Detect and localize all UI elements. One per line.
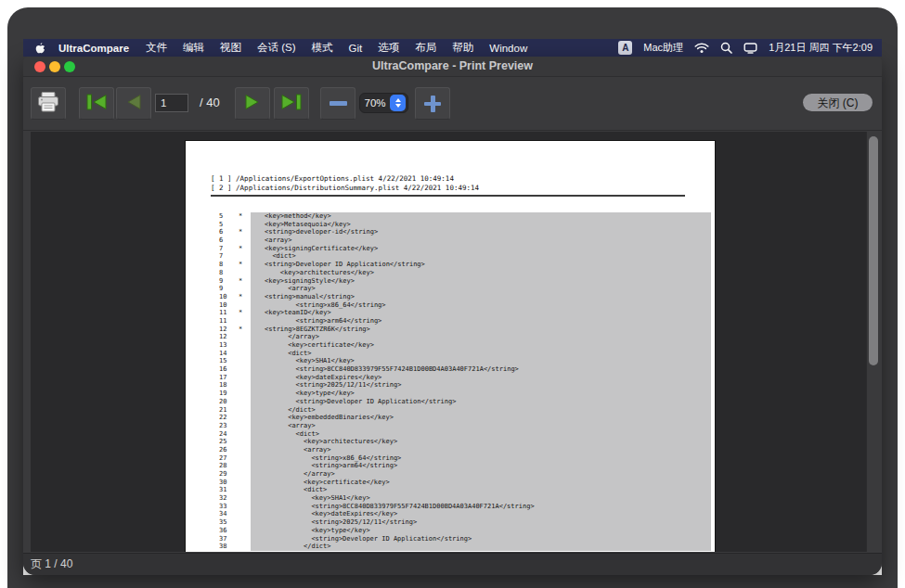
line-number: 23 [219,422,239,430]
diff-marker [239,317,251,326]
line-number: 24 [219,430,239,439]
diff-marker [239,462,251,470]
zoom-out-button[interactable] [320,87,356,120]
diff-code-line: 28 <string>arm64</string> [186,462,715,470]
compare-file-header: [ 1 ] /Applications/ExportOptions.plist … [211,174,685,197]
menubar-item-6[interactable]: 选项 [378,41,399,55]
menubar-item-1[interactable]: 编辑 [183,41,204,55]
line-number: 17 [219,374,239,382]
line-number: 29 [219,470,239,479]
zoom-window-button[interactable] [64,61,75,72]
page-total-label: / 40 [200,96,220,109]
menubar-item-7[interactable]: 布局 [415,41,436,55]
diff-code-line: 36 <key>type</key> [186,527,715,535]
preview-page: [ 1 ] /Applications/ExportOptions.plist … [186,141,715,552]
next-page-button[interactable] [235,87,270,120]
diff-marker [239,221,251,229]
wifi-icon[interactable] [694,43,709,54]
line-text: <string>arm64</string> [251,317,711,326]
diff-marker [239,406,251,415]
line-text: <key>architectures</key> [251,269,711,277]
diff-marker [239,438,251,446]
diff-marker: * [239,277,251,286]
line-text: </dict> [251,406,711,415]
print-button[interactable] [31,87,66,120]
line-number: 35 [219,518,239,527]
screen-sharing-icon[interactable] [743,43,757,54]
scrollbar-thumb[interactable] [869,136,878,365]
menubar-item-4[interactable]: 模式 [312,41,333,55]
line-number: 11 [219,317,239,326]
menubar-item-2[interactable]: 视图 [220,41,241,55]
line-text: <string>2025/12/11</string> [251,381,711,390]
search-icon[interactable] [720,42,732,54]
diff-code-line: 9 * <key>signingStyle</key> [186,277,715,286]
line-text: <dict> [251,486,711,494]
previous-page-button[interactable] [116,87,151,120]
diff-marker [239,527,251,535]
line-number: 37 [219,535,239,543]
first-page-icon [84,91,109,116]
diff-code-line: 5 * <key>method</key> [186,212,715,221]
menubar-clock[interactable]: 1月21日 周四 下午2:09 [769,41,873,55]
line-number: 7 [219,245,239,253]
menubar-item-3[interactable]: 会话 (S) [257,41,296,55]
vertical-scrollbar[interactable] [866,132,879,552]
minimize-window-button[interactable] [49,61,60,72]
menubar-status-area: A Mac助理 1月21日 周 [618,41,873,55]
line-number: 5 [219,212,239,221]
diff-marker [239,269,251,277]
diff-code-line: 17 <key>dateExpires</key> [186,374,715,382]
apple-menu-icon[interactable] [34,42,45,55]
diff-code-line: 19 <key>type</key> [186,390,715,398]
input-source-icon[interactable]: A [618,41,632,55]
line-text: <key>SHA1</key> [251,357,711,365]
diff-code-line: 37 <string>Developer ID Application</str… [186,535,715,543]
diff-code-line: 26 <array> [186,446,715,454]
diff-marker [239,357,251,365]
diff-marker [239,518,251,527]
menubar-item-5[interactable]: Git [349,43,363,54]
close-window-button[interactable] [34,61,45,72]
diff-marker [239,470,251,479]
page-number-input[interactable] [155,94,188,112]
mac-assistant-item[interactable]: Mac助理 [643,41,683,55]
line-number: 22 [219,414,239,422]
diff-marker [239,510,251,518]
diff-code-line: 18 <string>2025/12/11</string> [186,381,715,390]
diff-marker: * [239,228,251,236]
window-titlebar[interactable]: UltraCompare - Print Preview [23,57,882,77]
last-page-button[interactable] [274,87,309,120]
line-number: 12 [219,333,239,341]
diff-marker [239,390,251,398]
diff-code-line: 7 * <key>signingCertificate</key> [186,245,715,253]
menubar: UltraCompare 文件编辑视图会话 (S)模式Git选项布局帮助Wind… [23,39,882,57]
line-number: 16 [219,365,239,374]
menubar-item-0[interactable]: 文件 [146,41,167,55]
line-number: 12 [219,326,239,334]
diff-marker: * [239,326,251,334]
line-text: <dict> [251,252,711,261]
diff-marker [239,285,251,293]
menubar-item-9[interactable]: Window [489,43,527,54]
diff-code-line: 34 <key>dateExpires</key> [186,510,715,518]
diff-marker: * [239,309,251,317]
line-text: <key>signingCertificate</key> [251,245,711,253]
close-preview-button[interactable]: 关闭 (C) [803,94,873,111]
preview-viewport[interactable]: [ 1 ] /Applications/ExportOptions.plist … [31,132,879,552]
diff-marker: * [239,261,251,269]
diff-marker [239,374,251,382]
line-text: <string>Developer ID Application</string… [251,261,711,269]
file2-header-line: [ 2 ] /Applications/DistributionSummary.… [211,184,685,193]
zoom-level-select[interactable]: 70% [359,93,408,113]
diff-code-line: 12 * <string>8EGZKTZR6K</string> [186,326,715,334]
zoom-in-button[interactable] [415,87,450,120]
menubar-app-name[interactable]: UltraCompare [58,43,129,54]
ultracompare-print-preview-window: UltraCompare - Print Preview [23,57,882,575]
page-indicator: 页 1 / 40 [31,557,72,570]
diff-marker [239,454,251,463]
diff-code-line: 21 </dict> [186,406,715,415]
diff-code-line: 32 <key>SHA1</key> [186,494,715,503]
menubar-item-8[interactable]: 帮助 [452,41,473,55]
first-page-button[interactable] [79,87,114,120]
